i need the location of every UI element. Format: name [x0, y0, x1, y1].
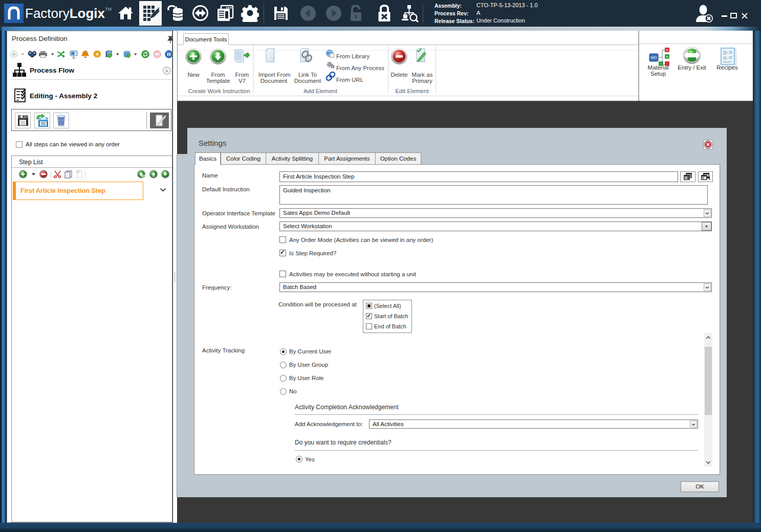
- svg-text:WO: WO: [650, 56, 657, 59]
- svg-text:A: A: [666, 55, 668, 58]
- svg-text:A: A: [666, 49, 668, 52]
